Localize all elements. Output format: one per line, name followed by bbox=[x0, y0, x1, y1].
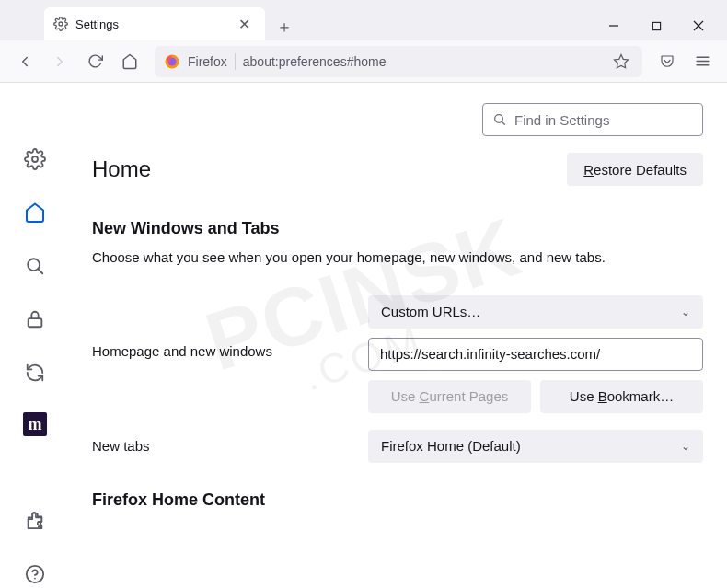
bookmark-star-button[interactable] bbox=[609, 50, 633, 74]
sidebar-item-more-from-mozilla[interactable]: m bbox=[23, 412, 47, 436]
search-icon bbox=[492, 112, 507, 127]
sidebar-item-privacy[interactable] bbox=[21, 306, 49, 333]
use-current-pages-button[interactable]: Use Current Pages bbox=[368, 380, 531, 413]
homepage-url-input[interactable] bbox=[368, 338, 703, 371]
section-new-windows-title: New Windows and Tabs bbox=[92, 219, 703, 238]
section-new-windows-desc: Choose what you see when you open your h… bbox=[92, 248, 703, 268]
home-button[interactable] bbox=[114, 46, 145, 77]
newtabs-select[interactable]: Firefox Home (Default) ⌄ bbox=[368, 430, 703, 463]
back-button[interactable] bbox=[9, 46, 40, 77]
page-title: Home bbox=[92, 156, 151, 182]
restore-defaults-button[interactable]: Restore Defaults bbox=[567, 153, 703, 186]
address-label: Firefox bbox=[188, 54, 227, 69]
main-panel: Home Restore Defaults New Windows and Ta… bbox=[59, 83, 727, 588]
gear-icon bbox=[53, 17, 68, 31]
svg-point-0 bbox=[59, 22, 63, 26]
tab-strip: Settings ✕ ＋ bbox=[0, 0, 727, 40]
homepage-mode-select[interactable]: Custom URLs… ⌄ bbox=[368, 295, 703, 329]
app-menu-button[interactable] bbox=[687, 46, 718, 77]
homepage-label: Homepage and new windows bbox=[92, 295, 359, 359]
tab-title: Settings bbox=[75, 17, 119, 31]
svg-rect-14 bbox=[29, 318, 42, 327]
forward-button[interactable] bbox=[44, 46, 75, 77]
pocket-button[interactable] bbox=[652, 46, 683, 77]
use-bookmark-button[interactable]: Use Bookmark… bbox=[540, 380, 703, 413]
svg-line-18 bbox=[502, 121, 504, 124]
sidebar: m bbox=[11, 83, 59, 588]
separator bbox=[235, 53, 236, 70]
homepage-mode-value: Custom URLs… bbox=[381, 304, 480, 319]
tab-settings[interactable]: Settings ✕ bbox=[44, 7, 265, 40]
sidebar-item-home[interactable] bbox=[21, 199, 49, 226]
sidebar-item-sync[interactable] bbox=[21, 359, 49, 386]
close-tab-button[interactable]: ✕ bbox=[233, 14, 256, 35]
firefox-icon bbox=[164, 53, 180, 70]
svg-rect-2 bbox=[652, 22, 660, 29]
newtabs-label: New tabs bbox=[92, 438, 359, 454]
address-url: about:preferences#home bbox=[243, 54, 602, 69]
sidebar-item-search[interactable] bbox=[21, 252, 49, 280]
close-window-button[interactable] bbox=[677, 11, 720, 40]
find-input[interactable] bbox=[514, 112, 693, 128]
svg-line-13 bbox=[38, 269, 42, 273]
chevron-down-icon: ⌄ bbox=[681, 440, 690, 453]
sidebar-item-general[interactable] bbox=[21, 145, 49, 173]
sidebar-item-extensions[interactable] bbox=[21, 507, 49, 535]
section-home-content-title: Firefox Home Content bbox=[92, 490, 703, 510]
chevron-down-icon: ⌄ bbox=[681, 306, 690, 318]
sidebar-item-help[interactable] bbox=[21, 560, 49, 588]
find-in-settings[interactable] bbox=[482, 103, 703, 136]
toolbar: Firefox about:preferences#home bbox=[0, 40, 727, 83]
svg-point-11 bbox=[32, 156, 38, 162]
minimize-button[interactable] bbox=[593, 11, 635, 40]
new-tab-button[interactable]: ＋ bbox=[271, 13, 298, 40]
newtabs-value: Firefox Home (Default) bbox=[381, 438, 521, 454]
address-bar[interactable]: Firefox about:preferences#home bbox=[155, 46, 642, 77]
window-controls bbox=[593, 11, 720, 40]
maximize-button[interactable] bbox=[635, 11, 677, 40]
reload-button[interactable] bbox=[79, 46, 110, 77]
svg-marker-7 bbox=[615, 54, 629, 67]
